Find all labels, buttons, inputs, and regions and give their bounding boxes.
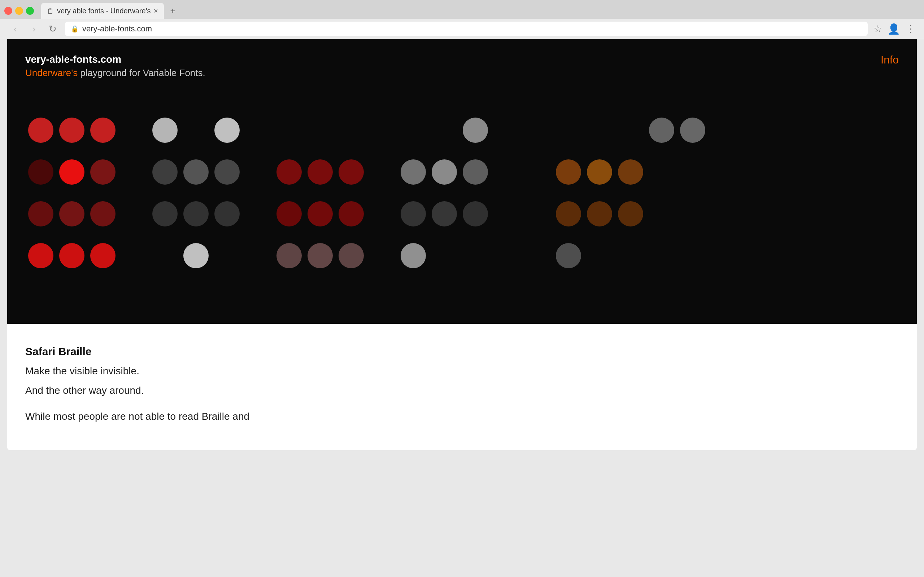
dots-grid [25, 115, 899, 271]
dot [401, 160, 426, 185]
dot-spacer [152, 243, 178, 268]
more-button[interactable]: ⋮ [906, 23, 915, 35]
dot [183, 160, 208, 185]
dot [432, 160, 457, 185]
minimize-button[interactable] [15, 7, 23, 15]
website-frame: very-able-fonts.com Underware's playgrou… [7, 39, 917, 450]
reload-button[interactable]: ↻ [46, 23, 59, 35]
dot [680, 118, 705, 143]
dot [556, 201, 581, 226]
tab-title: very able fonts - Underware's [57, 7, 150, 15]
subtitle-rest: playground for Variable Fonts. [78, 68, 205, 78]
dot [276, 160, 302, 185]
header-branding: very-able-fonts.com Underware's playgrou… [25, 54, 205, 79]
dot [90, 201, 115, 226]
dot [152, 118, 178, 143]
dot-spacer [494, 160, 519, 185]
address-bar: ‹ › ↻ 🔒 very-able-fonts.com ☆ 👤 ⋮ [0, 19, 924, 39]
dot [494, 118, 519, 143]
dot-spacer [121, 201, 147, 226]
dot-spacer [276, 118, 302, 143]
dot-spacer [618, 243, 643, 268]
new-tab-button[interactable]: + [165, 3, 180, 18]
dot [463, 201, 488, 226]
dots-row [25, 156, 899, 187]
dot-spacer [494, 243, 519, 268]
dot [28, 118, 53, 143]
bookmark-button[interactable]: ☆ [874, 23, 882, 35]
active-tab[interactable]: 🗒 very able fonts - Underware's ✕ [41, 3, 164, 19]
dot [587, 201, 612, 226]
close-button[interactable] [4, 7, 12, 15]
dot [215, 160, 240, 185]
dot [59, 243, 84, 268]
section-title: Safari Braille [25, 345, 899, 358]
dot [556, 160, 581, 185]
dot-spacer [246, 201, 271, 226]
dot [432, 201, 457, 226]
dot-spacer [587, 118, 612, 143]
dot-spacer [525, 160, 550, 185]
dot [215, 201, 240, 226]
dots-row [25, 198, 899, 229]
dot-spacer [432, 243, 457, 268]
dots-canvas [7, 93, 917, 324]
dots-row [25, 240, 899, 271]
dot-spacer [556, 118, 581, 143]
forward-button[interactable]: › [27, 23, 40, 35]
dot-spacer [370, 118, 395, 143]
dot-spacer [246, 243, 271, 268]
dot [649, 118, 674, 143]
dot [556, 243, 581, 268]
dot-spacer [432, 118, 457, 143]
section-line2: And the other way around. [25, 383, 899, 398]
dot [28, 160, 53, 185]
dot-spacer [307, 118, 333, 143]
profile-button[interactable]: 👤 [888, 23, 900, 35]
browser-chrome: 🗒 very able fonts - Underware's ✕ + ‹ › … [0, 0, 924, 39]
dot-spacer [525, 243, 550, 268]
dot-spacer [370, 201, 395, 226]
dot [339, 160, 364, 185]
dot [152, 160, 178, 185]
dot [183, 201, 208, 226]
url-text: very-able-fonts.com [82, 24, 152, 34]
info-link[interactable]: Info [881, 54, 899, 66]
dot-spacer [121, 118, 147, 143]
section-line1: Make the visible invisible. [25, 364, 899, 379]
lock-icon: 🔒 [71, 25, 79, 33]
window-controls [4, 7, 34, 15]
dot-spacer [121, 160, 147, 185]
back-button[interactable]: ‹ [9, 23, 22, 35]
tab-close-icon[interactable]: ✕ [153, 8, 158, 15]
dot [618, 201, 643, 226]
dot [28, 243, 53, 268]
dot [276, 243, 302, 268]
brand-link[interactable]: Underware's [25, 68, 78, 78]
dot-spacer [525, 118, 550, 143]
dot-spacer [215, 243, 240, 268]
url-field[interactable]: 🔒 very-able-fonts.com [65, 22, 868, 36]
dot [90, 160, 115, 185]
dot [152, 201, 178, 226]
dot-spacer [525, 201, 550, 226]
dot-spacer [370, 243, 395, 268]
dot [59, 160, 84, 185]
tab-bar: 🗒 very able fonts - Underware's ✕ + [0, 0, 924, 19]
tab-favicon-icon: 🗒 [47, 7, 54, 15]
dot [28, 201, 53, 226]
maximize-button[interactable] [26, 7, 34, 15]
dot [463, 118, 488, 143]
dot [307, 243, 333, 268]
site-subtitle: Underware's playground for Variable Font… [25, 68, 205, 78]
dot-spacer [494, 201, 519, 226]
dot-spacer [183, 118, 208, 143]
dot [339, 201, 364, 226]
dot [183, 243, 208, 268]
dot [463, 160, 488, 185]
dot [59, 118, 84, 143]
dots-row [25, 115, 899, 146]
site-domain: very-able-fonts.com [25, 54, 205, 65]
dot-spacer [587, 243, 612, 268]
dot-spacer [246, 118, 271, 143]
